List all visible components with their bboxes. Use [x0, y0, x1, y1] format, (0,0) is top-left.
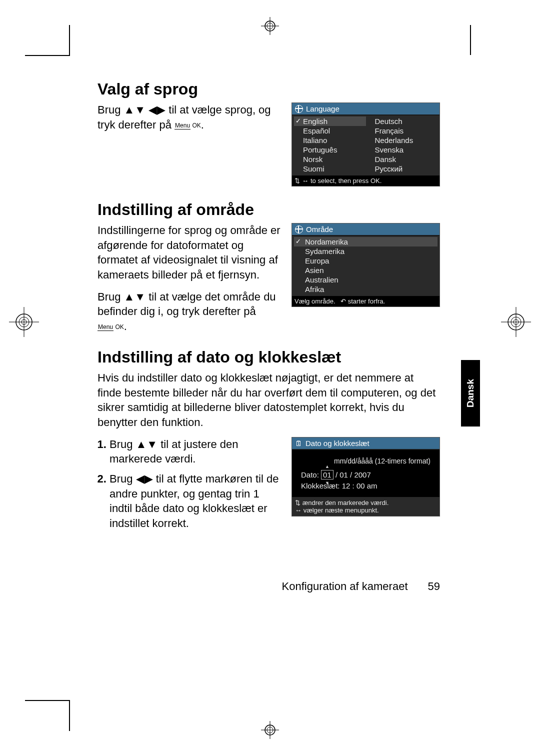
date-value: / 01 / 2007: [334, 470, 371, 479]
datetime-intro: Hvis du indstiller dato og klokkeslæt nø…: [98, 370, 440, 430]
hint-text: ændrer den markerede værdi.: [302, 499, 389, 506]
lcd-titlebar: 🗓 Dato og klokkeslæt: [292, 438, 440, 450]
back-icon: ↶: [340, 298, 346, 305]
language-tab: Dansk: [461, 360, 480, 426]
lcd-hint: Vælg område. ↶ starter forfra.: [292, 296, 440, 306]
lcd-title: Område: [306, 225, 333, 234]
crop-mark: [25, 55, 70, 56]
ok-label: OK: [115, 324, 124, 330]
region-option: Europa: [294, 256, 438, 266]
language-option: Svenska: [366, 145, 438, 154]
lcd-titlebar: Language: [292, 103, 440, 116]
leftright-icon: ↔: [295, 506, 302, 514]
time-label: Klokkeslæt:: [301, 482, 340, 490]
registration-mark-icon: [261, 721, 279, 739]
region-option: Afrika: [294, 284, 438, 294]
date-value-selected: 01: [321, 470, 334, 480]
step-2: Brug ◀▶ til at flytte markøren til de an…: [110, 472, 282, 531]
section-language: Valg af sprog Brug ▲▼ ◀▶ til at vælge sp…: [98, 80, 440, 186]
calendar-icon: 🗓: [295, 439, 302, 448]
region-option: Nordamerika: [294, 237, 438, 246]
language-instruction: Brug ▲▼ ◀▶ til at vælge sprog, og tryk d…: [98, 102, 282, 132]
menu-ok-icon: Menu OK: [98, 324, 124, 330]
page-content: Valg af sprog Brug ▲▼ ◀▶ til at vælge sp…: [98, 80, 440, 550]
lcd-hints: ⇅ ændrer den markerede værdi. ↔ vælger n…: [292, 497, 440, 516]
paragraph: Brug ▲▼ til at vælge det område du befin…: [98, 290, 282, 334]
menu-label: Menu: [174, 122, 190, 130]
lcd-region: Område NordamerikaSydamerikaEuropaAsienA…: [292, 223, 440, 307]
page-footer: Konfiguration af kameraet 59: [98, 580, 440, 593]
region-text: Indstillingerne for sprog og område er a…: [98, 223, 282, 334]
text: .: [124, 320, 127, 332]
region-list: NordamerikaSydamerikaEuropaAsienAustrali…: [292, 236, 440, 296]
ok-label: OK: [192, 122, 200, 129]
region-option: Australien: [294, 275, 438, 284]
globe-icon: [295, 226, 303, 234]
text: Brug ▲▼ til at vælge det område du befin…: [98, 290, 276, 318]
lcd-title: Dato og klokkeslæt: [306, 439, 370, 448]
hint-text: starter forfra.: [348, 298, 385, 305]
crop-mark: [25, 700, 70, 701]
language-option: Français: [366, 126, 438, 136]
lcd-language: Language EnglishDeutschEspañolFrançaisIt…: [292, 102, 440, 186]
text: .: [201, 118, 204, 131]
language-list: EnglishDeutschEspañolFrançaisItalianoNed…: [292, 116, 440, 176]
registration-mark-icon: [501, 307, 531, 337]
language-option: Suomi: [294, 164, 366, 174]
heading-language: Valg af sprog: [98, 80, 440, 98]
language-option: Italiano: [294, 136, 366, 145]
registration-mark-icon: [261, 17, 279, 35]
registration-mark-icon: [9, 307, 39, 337]
section-datetime: Indstilling af dato og klokkeslæt Hvis d…: [98, 348, 440, 536]
language-option: Dansk: [366, 154, 438, 164]
leftright-icon: ↔: [302, 177, 308, 184]
language-option: English: [294, 116, 366, 126]
heading-region: Indstilling af område: [98, 200, 440, 219]
crop-mark: [470, 25, 471, 55]
language-option: Русский: [366, 164, 438, 174]
region-option: Asien: [294, 266, 438, 275]
date-label: Dato:: [301, 470, 319, 479]
hint-text: Vælg område.: [294, 298, 336, 305]
time-value: 12 : 00 am: [342, 482, 378, 490]
globe-icon: [295, 105, 303, 113]
hint-text: to select, then press OK.: [310, 177, 382, 184]
step-1: Brug ▲▼ til at justere den markerede vær…: [110, 437, 282, 466]
menu-label: Menu: [98, 324, 114, 331]
language-option: Nederlands: [366, 136, 438, 145]
lcd-hint: ⇅ ↔ to select, then press OK.: [292, 176, 440, 186]
time-line: Klokkeslæt: 12 : 00 am: [301, 482, 430, 490]
menu-ok-icon: Menu OK: [174, 122, 201, 128]
steps-list: Brug ▲▼ til at justere den markerede vær…: [98, 437, 282, 531]
crop-mark: [69, 25, 70, 55]
crop-mark: [69, 701, 70, 731]
lcd-body: mm/dd/åååå (12-timers format) Dato: 01 /…: [292, 450, 440, 497]
lcd-titlebar: Område: [292, 224, 440, 236]
updown-icon: ⇅: [294, 177, 300, 184]
language-option: Norsk: [294, 154, 366, 164]
language-option: Deutsch: [366, 116, 438, 126]
updown-icon: ⇅: [295, 499, 300, 506]
language-option: Español: [294, 126, 366, 136]
chapter-title: Konfiguration af kameraet: [282, 580, 408, 593]
hint-text: vælger næste menupunkt.: [304, 506, 379, 514]
language-option: Português: [294, 145, 366, 154]
paragraph: Indstillingerne for sprog og område er a…: [98, 223, 282, 282]
lcd-title: Language: [306, 104, 340, 113]
date-format: mm/dd/åååå (12-timers format): [301, 457, 430, 465]
page-number: 59: [428, 580, 440, 593]
lcd-datetime: 🗓 Dato og klokkeslæt mm/dd/åååå (12-time…: [292, 437, 440, 516]
heading-datetime: Indstilling af dato og klokkeslæt: [98, 348, 440, 366]
date-line: Dato: 01 / 01 / 2007: [301, 470, 430, 480]
section-region: Indstilling af område Indstillingerne fo…: [98, 200, 440, 334]
region-option: Sydamerika: [294, 246, 438, 256]
